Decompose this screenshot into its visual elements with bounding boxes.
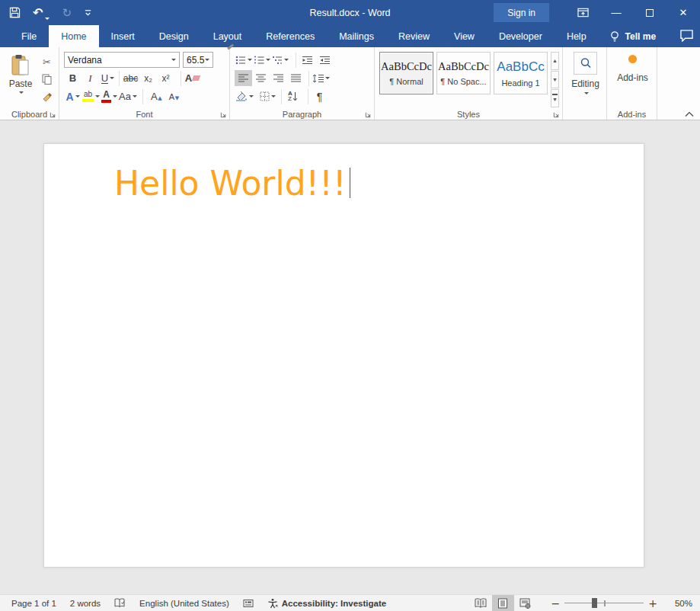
- document-page[interactable]: Hello World!!!: [43, 143, 644, 568]
- close-button[interactable]: ✕: [666, 0, 700, 25]
- document-text: Hello World!!!: [114, 164, 350, 203]
- addins-dot-icon: [628, 55, 637, 63]
- styles-scroll-up-button[interactable]: ▲: [551, 52, 559, 70]
- show-hide-pilcrow-button[interactable]: ¶: [311, 88, 328, 104]
- format-painter-icon[interactable]: [38, 89, 56, 104]
- paragraph-dialog-launcher-icon[interactable]: [365, 111, 372, 118]
- print-layout-icon[interactable]: [492, 595, 514, 611]
- tab-home[interactable]: Home: [49, 25, 98, 47]
- superscript-button[interactable]: x²: [157, 70, 174, 86]
- document-area: Hello World!!!: [0, 120, 700, 594]
- window-controls: Sign in — ✕: [494, 0, 700, 25]
- save-icon[interactable]: [9, 7, 21, 18]
- editing-button[interactable]: [574, 52, 597, 75]
- sort-button[interactable]: A Z: [284, 88, 302, 104]
- align-right-button[interactable]: [270, 70, 287, 86]
- tab-mailings[interactable]: Mailings: [327, 25, 386, 47]
- tab-view[interactable]: View: [442, 25, 487, 47]
- word-count[interactable]: 2 words: [63, 595, 107, 611]
- tab-design[interactable]: Design: [147, 25, 201, 47]
- sign-in-button[interactable]: Sign in: [494, 3, 549, 22]
- bullets-button[interactable]: [235, 52, 253, 68]
- tell-me-button[interactable]: Tell me: [599, 25, 666, 47]
- minimize-button[interactable]: —: [599, 0, 633, 25]
- zoom-slider-handle[interactable]: [592, 598, 597, 608]
- align-center-button[interactable]: [252, 70, 270, 86]
- styles-group: AaBbCcDc ¶ Normal AaBbCcDc ¶ No Spac... …: [375, 47, 563, 120]
- proofing-icon[interactable]: [107, 595, 133, 611]
- language-status[interactable]: English (United States): [133, 595, 236, 611]
- ribbon: Paste ✂ Clipboard Verdana 65.5: [0, 47, 700, 120]
- zoom-out-button[interactable]: −: [547, 597, 565, 609]
- addins-group: Add-ins Add-ins: [607, 47, 657, 120]
- justify-button[interactable]: [287, 70, 305, 86]
- paragraph-group: A Z ¶ Paragraph: [230, 47, 375, 120]
- copy-icon[interactable]: [38, 72, 56, 87]
- multilevel-list-button[interactable]: [271, 52, 289, 68]
- font-size-select[interactable]: 65.5: [183, 52, 213, 68]
- keyboard-icon[interactable]: [236, 595, 261, 611]
- text-effects-button[interactable]: A: [64, 88, 82, 104]
- italic-button[interactable]: I: [82, 70, 99, 86]
- shading-button[interactable]: [235, 88, 254, 104]
- grow-font-button[interactable]: A▲: [145, 88, 163, 104]
- change-case-button[interactable]: Aa: [118, 88, 138, 104]
- font-color-button[interactable]: A: [101, 88, 118, 104]
- customize-qat-icon[interactable]: [84, 8, 92, 17]
- tab-references[interactable]: References: [254, 25, 327, 47]
- style-no-spacing[interactable]: AaBbCcDc ¶ No Spac...: [436, 52, 491, 94]
- styles-more-button[interactable]: ▼: [551, 89, 559, 107]
- font-family-select[interactable]: Verdana: [64, 52, 180, 68]
- cut-icon[interactable]: ✂: [38, 54, 56, 69]
- font-dialog-launcher-icon[interactable]: [220, 111, 227, 118]
- align-left-button[interactable]: [235, 70, 252, 86]
- ribbon-display-options-icon[interactable]: [566, 0, 599, 25]
- font-group: Verdana 65.5 B I U abc x₂ x² A A ab: [59, 47, 230, 120]
- maximize-button[interactable]: [633, 0, 666, 25]
- web-layout-icon[interactable]: [514, 595, 536, 611]
- paste-button[interactable]: Paste: [5, 51, 37, 107]
- tab-help[interactable]: Help: [555, 25, 599, 47]
- style-normal[interactable]: AaBbCcDc ¶ Normal: [379, 52, 433, 94]
- paste-icon: [11, 54, 30, 77]
- zoom-controls: − +: [547, 597, 662, 609]
- tab-insert[interactable]: Insert: [99, 25, 147, 47]
- read-mode-icon[interactable]: [470, 595, 492, 611]
- styles-dialog-launcher-icon[interactable]: [553, 111, 560, 118]
- clipboard-group: Paste ✂ Clipboard: [0, 47, 59, 120]
- undo-button[interactable]: ↶: [33, 5, 50, 20]
- line-spacing-button[interactable]: [312, 70, 331, 86]
- zoom-percentage[interactable]: 50%: [662, 599, 695, 608]
- underline-button[interactable]: U: [99, 70, 117, 86]
- subscript-button[interactable]: x₂: [139, 70, 157, 86]
- page-count[interactable]: Page 1 of 1: [5, 595, 63, 611]
- redo-icon: ↻: [62, 6, 72, 20]
- tab-developer[interactable]: Developer: [487, 25, 555, 47]
- strikethrough-button[interactable]: abc: [122, 70, 139, 86]
- collapse-ribbon-icon[interactable]: [685, 111, 694, 117]
- borders-button[interactable]: [259, 88, 276, 104]
- quick-access-toolbar: ↶ ↻: [0, 5, 92, 20]
- comment-icon[interactable]: [679, 29, 694, 42]
- clipboard-dialog-launcher-icon[interactable]: [50, 111, 56, 118]
- zoom-in-button[interactable]: +: [644, 597, 662, 609]
- increase-indent-button[interactable]: [316, 52, 334, 68]
- bold-button[interactable]: B: [64, 70, 82, 86]
- addins-button[interactable]: Add-ins: [617, 55, 648, 83]
- accessibility-status[interactable]: Accessibility: Investigate: [261, 595, 393, 611]
- shrink-font-button[interactable]: A▼: [163, 88, 181, 104]
- ribbon-tab-bar: File Home Insert Design Layout Reference…: [0, 25, 700, 47]
- text-cursor: [350, 168, 350, 198]
- decrease-indent-button[interactable]: [299, 52, 316, 68]
- highlight-button[interactable]: ab: [82, 88, 101, 104]
- numbering-button[interactable]: [253, 52, 271, 68]
- tab-review[interactable]: Review: [386, 25, 442, 47]
- tab-layout[interactable]: Layout: [201, 25, 254, 47]
- clear-formatting-button[interactable]: A: [184, 70, 201, 86]
- zoom-slider[interactable]: [564, 603, 644, 604]
- style-heading-1[interactable]: AaBbCc Heading 1: [494, 52, 548, 94]
- tab-file[interactable]: File: [9, 25, 49, 47]
- editing-chevron-icon: [584, 92, 589, 94]
- styles-scroll-down-button[interactable]: ▼: [551, 71, 559, 89]
- title-bar: Result.docx - Word ↶ ↻ Sign in — ✕: [0, 0, 700, 25]
